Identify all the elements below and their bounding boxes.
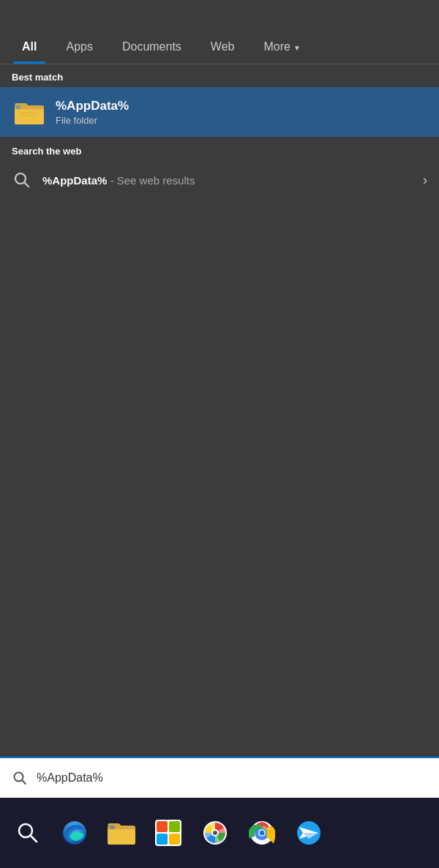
web-result[interactable]: %AppData% - See web results › [0, 161, 439, 199]
taskbar-search-icon [16, 821, 40, 845]
svg-rect-13 [108, 829, 135, 845]
result-subtitle: File folder [56, 115, 129, 126]
search-bar-icon [12, 770, 28, 786]
tab-more-label: More [263, 40, 290, 53]
svg-rect-1 [15, 109, 44, 124]
svg-line-10 [31, 836, 37, 842]
magnifier-icon [14, 172, 30, 188]
result-title: %AppData% [56, 99, 129, 113]
taskbar-file-explorer-icon [108, 820, 135, 846]
svg-rect-16 [157, 821, 168, 832]
svg-rect-19 [169, 834, 180, 845]
svg-rect-18 [157, 834, 168, 845]
tab-bar: All Apps Documents Web More ▼ [0, 0, 439, 64]
svg-rect-14 [110, 826, 115, 829]
taskbar-edge-icon [61, 819, 89, 847]
taskbar-mail-button[interactable] [287, 811, 331, 855]
taskbar-ms-store-icon [155, 820, 181, 846]
taskbar [0, 798, 439, 868]
tab-web[interactable]: Web [196, 30, 249, 64]
taskbar-file-explorer-button[interactable] [100, 811, 143, 855]
search-bar-input[interactable]: %AppData% [37, 771, 427, 785]
search-circle-icon [12, 170, 32, 190]
svg-rect-17 [169, 821, 180, 832]
svg-point-22 [213, 831, 217, 835]
taskbar-ms-store-button[interactable] [146, 811, 190, 855]
search-web-header: Search the web [0, 137, 439, 161]
search-bar[interactable]: %AppData% [0, 757, 439, 798]
taskbar-chrome-icon [249, 820, 275, 846]
empty-space [0, 199, 439, 757]
tab-documents[interactable]: Documents [108, 30, 196, 64]
web-query: %AppData% [42, 174, 107, 187]
taskbar-paint-icon [202, 820, 228, 846]
taskbar-mail-icon [296, 820, 322, 846]
best-match-result[interactable]: %AppData% File folder [0, 87, 439, 137]
result-text: %AppData% File folder [56, 99, 129, 126]
taskbar-edge-button[interactable] [53, 811, 97, 855]
web-result-text: %AppData% - See web results [42, 174, 417, 187]
best-match-header: Best match [0, 64, 439, 87]
svg-rect-4 [16, 105, 20, 109]
web-see-results: - See web results [107, 174, 195, 187]
chevron-right-icon: › [423, 173, 427, 188]
taskbar-search-button[interactable] [6, 811, 50, 855]
taskbar-paint-button[interactable] [193, 811, 237, 855]
folder-icon [12, 94, 47, 130]
svg-line-6 [25, 183, 29, 187]
folder-svg-icon [15, 100, 44, 124]
tab-all[interactable]: All [7, 30, 51, 64]
search-bar-magnifier-icon [12, 771, 27, 785]
taskbar-chrome-button[interactable] [240, 811, 284, 855]
search-panel: All Apps Documents Web More ▼ Best match [0, 0, 439, 798]
svg-point-27 [260, 831, 265, 836]
chevron-down-icon: ▼ [293, 44, 301, 52]
svg-line-8 [22, 780, 26, 784]
tab-apps[interactable]: Apps [51, 30, 107, 64]
tab-more[interactable]: More ▼ [249, 30, 315, 64]
